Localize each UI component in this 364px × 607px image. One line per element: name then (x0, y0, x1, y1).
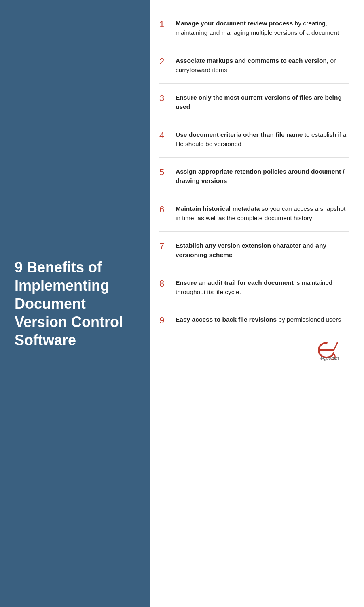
benefit-item-4: 4Use document criteria other than file n… (159, 121, 349, 158)
benefit-bold-5: Assign appropriate retention policies ar… (176, 168, 345, 184)
benefit-bold-2: Associate markups and comments to each v… (176, 57, 328, 64)
benefit-number-8: 8 (159, 278, 171, 289)
sidebar: 9 Benefits of Implementing Document Vers… (0, 0, 150, 607)
benefit-text-6: Maintain historical metadata so you can … (176, 204, 349, 223)
benefit-number-6: 6 (159, 204, 171, 215)
benefit-text-4: Use document criteria other than file na… (176, 130, 349, 149)
benefit-number-4: 4 (159, 130, 171, 141)
benefit-bold-9: Easy access to back file revisions (176, 316, 277, 323)
benefit-number-9: 9 (159, 315, 171, 326)
benefit-text-8: Ensure an audit trail for each document … (176, 278, 349, 297)
equorum-logo: eQuorum (311, 339, 348, 361)
benefit-item-1: 1Manage your document review process by … (159, 15, 349, 47)
benefit-text-5: Assign appropriate retention policies ar… (176, 167, 349, 186)
benefit-item-6: 6Maintain historical metadata so you can… (159, 195, 349, 232)
benefit-item-8: 8Ensure an audit trail for each document… (159, 269, 349, 306)
benefit-bold-4: Use document criteria other than file na… (176, 131, 303, 138)
benefit-number-5: 5 (159, 167, 171, 178)
benefit-number-3: 3 (159, 93, 171, 104)
benefit-text-7: Establish any version extension characte… (176, 241, 349, 260)
benefit-item-2: 2Associate markups and comments to each … (159, 47, 349, 84)
benefit-bold-3: Ensure only the most current versions of… (176, 94, 342, 110)
benefit-item-3: 3Ensure only the most current versions o… (159, 84, 349, 121)
benefits-list: 1Manage your document review process by … (159, 15, 349, 335)
benefit-number-2: 2 (159, 56, 171, 67)
svg-text:eQuorum: eQuorum (320, 356, 339, 361)
content-area: 1Manage your document review process by … (150, 0, 364, 607)
benefit-text-1: Manage your document review process by c… (176, 19, 349, 38)
benefit-text-2: Associate markups and comments to each v… (176, 56, 349, 75)
benefit-bold-6: Maintain historical metadata (176, 205, 260, 212)
benefit-number-1: 1 (159, 19, 171, 30)
benefit-item-9: 9Easy access to back file revisions by p… (159, 306, 349, 335)
benefit-text-3: Ensure only the most current versions of… (176, 93, 349, 112)
benefit-bold-8: Ensure an audit trail for each document (176, 279, 294, 286)
benefit-number-7: 7 (159, 241, 171, 252)
benefit-item-5: 5Assign appropriate retention policies a… (159, 158, 349, 195)
benefit-bold-7: Establish any version extension characte… (176, 242, 326, 258)
benefit-text-9: Easy access to back file revisions by pe… (176, 315, 341, 324)
benefit-item-7: 7Establish any version extension charact… (159, 232, 349, 269)
logo-area: eQuorum (159, 335, 349, 361)
benefit-bold-1: Manage your document review process (176, 20, 293, 27)
sidebar-title: 9 Benefits of Implementing Document Vers… (15, 258, 135, 349)
